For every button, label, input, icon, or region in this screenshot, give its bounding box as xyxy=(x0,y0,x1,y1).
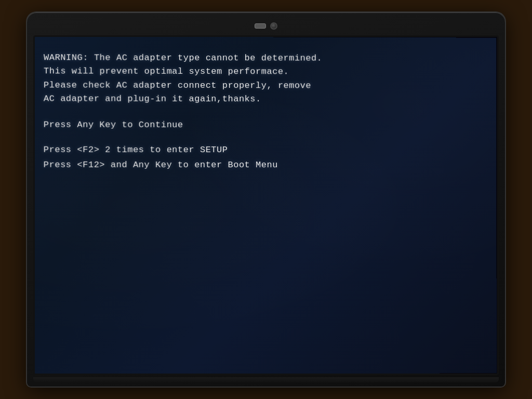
webcam-slider xyxy=(255,23,266,29)
press-any-key-text: Press Any Key to Continue xyxy=(44,118,481,132)
press-f2-text: Press <F2> 2 times to enter SETUP xyxy=(44,142,481,158)
key-block: Press <F2> 2 times to enter SETUP Press … xyxy=(44,142,481,172)
press-any-key-block: Press Any Key to Continue xyxy=(44,118,481,132)
webcam-lens xyxy=(270,22,277,30)
warning-line-4: AC adapter and plug-in it again,thanks. xyxy=(44,92,481,107)
warning-block: WARNING: The AC adapter type cannot be d… xyxy=(44,51,481,107)
laptop-body: WARNING: The AC adapter type cannot be d… xyxy=(27,12,505,387)
warning-line-1: WARNING: The AC adapter type cannot be d… xyxy=(44,51,481,65)
screen-bezel: WARNING: The AC adapter type cannot be d… xyxy=(33,35,499,375)
warning-line-2: This will prevent optimal system perform… xyxy=(44,65,481,79)
laptop-top-bar xyxy=(33,19,499,33)
webcam-area xyxy=(255,22,277,30)
screen-content: WARNING: The AC adapter type cannot be d… xyxy=(34,36,497,375)
press-f12-text: Press <F12> and Any Key to enter Boot Me… xyxy=(44,157,481,172)
warning-line-3: Please check AC adapter connect properly… xyxy=(44,78,481,93)
laptop-chin xyxy=(33,377,499,382)
